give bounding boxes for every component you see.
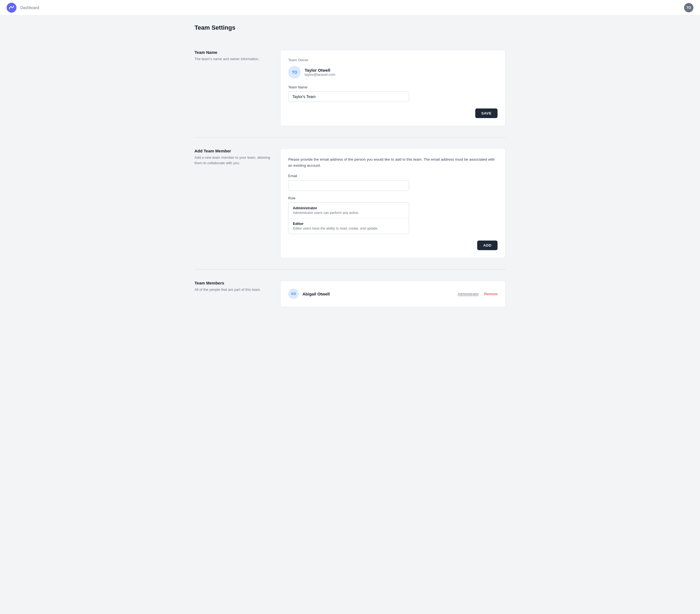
role-option-editor[interactable]: Editor Editor users have the ability to …	[288, 218, 409, 234]
owner-email: taylor@laravel.com	[305, 73, 335, 77]
add-member-info: Please provide the email address of the …	[288, 156, 498, 168]
page-wrapper: Team Settings Team Name The team's name …	[188, 15, 512, 327]
page-title: Team Settings	[195, 24, 505, 31]
email-input[interactable]	[288, 180, 409, 191]
member-role-link[interactable]: Administrator	[458, 292, 479, 296]
add-member-meta: Add Team Member Add a new team member to…	[195, 149, 272, 258]
role-name-editor: Editor	[293, 221, 404, 226]
member-avatar: AO	[288, 289, 299, 299]
owner-avatar: TO	[288, 66, 301, 78]
add-member-section: Add Team Member Add a new team member to…	[195, 137, 505, 269]
role-selector: Administrator Administrator users can pe…	[288, 202, 409, 234]
add-member-description: Add a new team member to your team, allo…	[195, 155, 272, 166]
owner-name: Taylor Otwell	[305, 68, 335, 73]
role-name-administrator: Administrator	[293, 206, 404, 210]
team-name-section: Team Name The team's name and owner info…	[195, 39, 505, 137]
role-desc-editor: Editor users have the ability to read, c…	[293, 227, 404, 230]
owner-info: Taylor Otwell taylor@laravel.com	[305, 68, 335, 77]
email-field-label: Email	[288, 174, 498, 178]
team-name-meta: Team Name The team's name and owner info…	[195, 50, 272, 126]
team-members-description: All of the people that are part of this …	[195, 287, 272, 292]
team-members-heading: Team Members	[195, 281, 272, 285]
owner-label: Team Owner	[288, 58, 498, 62]
add-member-card: Please provide the email address of the …	[280, 149, 505, 258]
nav-dashboard-link[interactable]: Dashboard	[20, 5, 39, 10]
table-row: AO Abigail Otwell Administrator Remove	[288, 289, 498, 299]
user-avatar-nav[interactable]: TO	[684, 3, 693, 12]
role-option-administrator[interactable]: Administrator Administrator users can pe…	[288, 203, 409, 218]
app-logo-icon	[7, 3, 16, 13]
owner-row: TO Taylor Otwell taylor@laravel.com	[288, 66, 498, 78]
save-button[interactable]: SAVE	[475, 108, 498, 118]
member-actions: Administrator Remove	[458, 292, 498, 296]
role-desc-administrator: Administrator users can perform any acti…	[293, 211, 404, 215]
team-name-description: The team's name and owner information.	[195, 56, 272, 62]
team-name-heading: Team Name	[195, 50, 272, 55]
team-name-input[interactable]	[288, 91, 409, 102]
navbar: Dashboard TO	[0, 0, 700, 15]
add-button[interactable]: ADD	[477, 241, 498, 250]
add-member-heading: Add Team Member	[195, 149, 272, 153]
member-remove-button[interactable]: Remove	[484, 292, 498, 296]
role-field-label: Role	[288, 196, 498, 200]
member-name: Abigail Otwell	[302, 292, 454, 296]
team-name-field-label: Team Name	[288, 85, 498, 89]
member-info: Abigail Otwell	[302, 292, 454, 296]
navbar-left: Dashboard	[7, 3, 39, 13]
team-members-card: AO Abigail Otwell Administrator Remove	[280, 281, 505, 307]
team-members-meta: Team Members All of the people that are …	[195, 281, 272, 307]
team-name-card: Team Owner TO Taylor Otwell taylor@larav…	[280, 50, 505, 126]
team-members-section: Team Members All of the people that are …	[195, 269, 505, 318]
